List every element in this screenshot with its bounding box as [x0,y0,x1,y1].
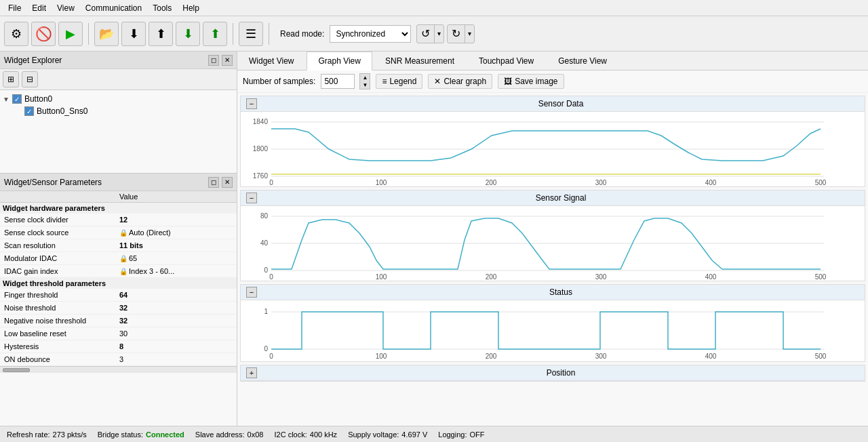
clear-graph-button[interactable]: ✕ Clear graph [428,74,492,89]
param-label-idac-gain: IDAC gain index [0,265,115,277]
clear-graph-icon: ✕ [434,77,441,86]
svg-text:1760: 1760 [253,172,269,180]
logging-value: OFF [469,430,484,439]
chart-sensor-data-header[interactable]: − Sensor Data [241,96,865,112]
redo-button[interactable]: ↻ ▾ [447,24,475,43]
menu-tools[interactable]: Tools [147,2,177,14]
svg-text:0: 0 [264,345,268,353]
tab-snr-measurement[interactable]: SNR Measurement [374,52,466,70]
param-label-on-debounce: ON debounce [0,353,115,365]
tab-graph-view[interactable]: Graph View [307,52,372,71]
param-row-neg-noise-threshold: Negative noise threshold 32 [0,315,237,327]
sensor-params-restore-btn[interactable]: ◻ [208,177,219,188]
expand-all-btn[interactable]: ⊞ [3,71,19,87]
save-image-button[interactable]: 🖼 Save image [498,74,564,89]
upload-button[interactable]: ⬆ [149,22,173,46]
sensor-params-close-btn[interactable]: ✕ [222,177,233,188]
widget-explorer-close-btn[interactable]: ✕ [222,55,233,66]
params-col-value: Value [119,193,138,201]
samples-spin-up[interactable]: ▲ [360,74,370,81]
param-row-idac-gain: IDAC gain index 🔒Index 3 - 60... [0,265,237,278]
redo-dropdown-arrow[interactable]: ▾ [465,24,474,43]
clear-graph-label: Clear graph [443,77,486,86]
svg-text:100: 100 [376,179,387,186]
param-row-low-baseline-reset: Low baseline reset 30 [0,327,237,340]
tree-item-button0-sns0[interactable]: ✓ Button0_Sns0 [24,105,234,117]
collapse-all-btn[interactable]: ⊟ [22,71,38,87]
param-row-scan-resolution: Scan resolution 11 bits [0,239,237,252]
chart-sensor-signal-collapse[interactable]: − [246,193,257,203]
menu-help[interactable]: Help [177,2,205,14]
param-label-clock-source: Sense clock source [0,226,115,239]
chart-sensor-data-collapse[interactable]: − [246,98,257,109]
chart-sensor-signal-header[interactable]: − Sensor Signal [241,190,865,206]
widget-explorer: Widget Explorer ◻ ✕ ⊞ ⊟ ▼ ✓ Button0 ✓ Bu… [0,52,237,174]
legend-button[interactable]: ≡ Legend [376,74,422,89]
tree-checkbox-sns0[interactable]: ✓ [24,106,34,116]
samples-spin-down[interactable]: ▼ [360,81,370,89]
program-button[interactable]: ⬇ [176,22,200,46]
save-image-icon: 🖼 [504,77,512,86]
param-value-clock-source: 🔒Auto (Direct) [115,226,237,239]
undo-button[interactable]: ↺ ▾ [416,24,444,43]
svg-text:400: 400 [705,353,717,360]
param-label-low-baseline-reset: Low baseline reset [0,327,115,340]
charts-area: − Sensor Data 1840 1800 1760 0 [237,93,868,426]
chart-position-header[interactable]: + Position [241,365,865,381]
params-scrollbar[interactable] [0,366,237,373]
svg-text:1800: 1800 [253,145,269,153]
bridge-status-label: Bridge status: [98,430,143,439]
tree-item-button0[interactable]: ▼ ✓ Button0 [3,93,234,105]
param-value-modulator-idac: 🔒65 [115,252,237,264]
menu-file[interactable]: File [3,2,26,14]
svg-text:0: 0 [264,266,268,274]
svg-text:400: 400 [705,179,717,186]
erase-button[interactable]: ⬆ [203,22,227,46]
read-mode-select[interactable]: Synchronized Manual Continuous [330,25,411,43]
param-label-clock-divider: Sense clock divider [0,214,115,226]
widget-explorer-restore-btn[interactable]: ◻ [208,55,219,66]
samples-input[interactable] [321,74,355,89]
play-button[interactable]: ▶ [58,22,83,46]
tree-checkbox-button0[interactable]: ✓ [12,94,22,104]
params-scrollbar-thumb[interactable] [3,368,30,372]
chart-position-title: Position [262,368,859,378]
status-supply-voltage: Supply voltage: 4.697 V [348,430,427,439]
samples-spinner: ▲ ▼ [359,73,370,89]
svg-text:0: 0 [269,179,273,186]
hardware-params-header: Widget hardware parameters [0,203,237,214]
svg-text:100: 100 [376,273,387,281]
main-content: Widget Explorer ◻ ✕ ⊞ ⊟ ▼ ✓ Button0 ✓ Bu… [0,52,868,426]
chart-sensor-data: − Sensor Data 1840 1800 1760 0 [240,96,865,187]
chart-status-collapse[interactable]: − [246,287,257,298]
chart-position-collapse[interactable]: + [246,367,257,378]
tab-touchpad-view[interactable]: Touchpad View [467,52,545,70]
stop-button[interactable]: 🚫 [31,22,56,46]
menu-communication[interactable]: Communication [80,2,147,14]
param-value-on-debounce: 3 [115,353,237,365]
tree-collapse-icon[interactable]: ▼ [3,96,9,103]
menu-edit[interactable]: Edit [26,2,52,14]
menu-bar: File Edit View Communication Tools Help [0,0,868,16]
svg-text:400: 400 [705,273,717,281]
svg-text:200: 200 [486,353,497,360]
menu-view[interactable]: View [52,2,80,14]
toolbar-separator-1 [88,23,89,45]
chart-status-header[interactable]: − Status [241,285,865,300]
svg-text:100: 100 [376,353,387,360]
supply-voltage-label: Supply voltage: [348,430,399,439]
widget-explorer-controls: ◻ ✕ [208,55,233,66]
tab-widget-view[interactable]: Widget View [237,52,305,70]
chart-position: + Position [240,365,865,382]
tab-gesture-view[interactable]: Gesture View [547,52,618,70]
sensor-params-header: Widget/Sensor Parameters ◻ ✕ [0,174,237,191]
svg-text:1: 1 [264,308,268,315]
settings-button[interactable]: ⚙ [4,22,28,46]
open-button[interactable]: 📂 [94,22,119,46]
param-label-finger-threshold: Finger threshold [0,289,115,301]
download-button[interactable]: ⬇ [121,22,146,46]
undo-dropdown-arrow[interactable]: ▾ [435,24,443,43]
layout-button[interactable]: ☰ [239,22,263,46]
svg-text:80: 80 [260,212,269,220]
status-refresh-rate: Refresh rate: 273 pkts/s [7,430,87,439]
